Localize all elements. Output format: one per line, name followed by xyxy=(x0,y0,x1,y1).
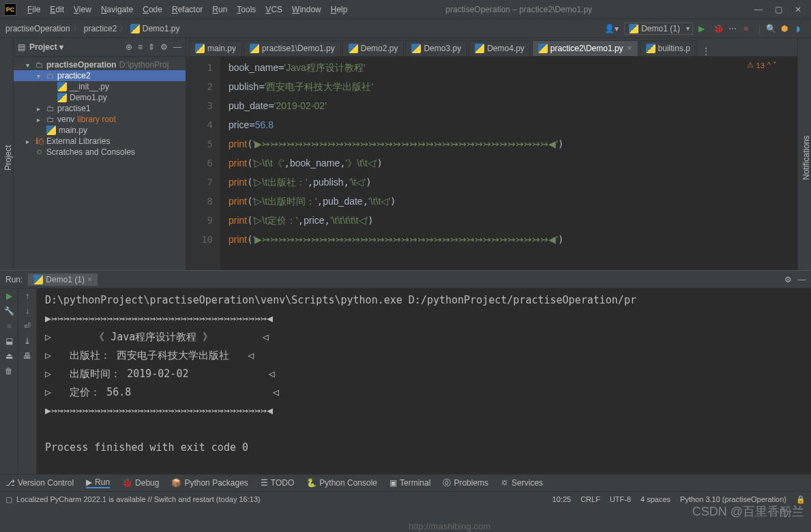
editor-tab[interactable]: Demo4.py xyxy=(469,40,531,56)
scroll-icon[interactable]: ⤓ xyxy=(24,336,31,346)
inspection-indicator[interactable]: ⚠ 13 ^ ˅ xyxy=(747,61,777,70)
editor-tab[interactable]: builtins.p xyxy=(640,40,696,56)
folder-icon: 🗀 xyxy=(46,104,55,113)
collapse-all-icon[interactable]: ⇕ xyxy=(148,42,155,52)
menu-edit[interactable]: Edit xyxy=(46,3,68,16)
hide-icon[interactable]: — xyxy=(797,275,806,284)
status-bar: ▢ Localized PyCharm 2022.1 is available … xyxy=(0,491,811,507)
expand-all-icon[interactable]: ≡ xyxy=(138,42,143,52)
tool-tab-terminal[interactable]: ▣Terminal xyxy=(389,478,430,488)
notifications-button[interactable]: Notifications xyxy=(801,45,811,270)
editor-tab[interactable]: practice2\Demo1.py× xyxy=(532,40,638,56)
exit-icon[interactable]: ⏏ xyxy=(5,351,13,361)
tree-scratches[interactable]: ⛭ Scratches and Consoles xyxy=(14,147,186,158)
tree-file-main[interactable]: main.py xyxy=(14,125,186,136)
wrench-icon[interactable]: 🔧 xyxy=(4,306,14,316)
tool-tab-python-console[interactable]: 🐍Python Console xyxy=(306,478,377,488)
settings-icon[interactable]: ⚙ xyxy=(160,42,168,52)
breadcrumb-seg[interactable]: practice2 xyxy=(84,24,117,33)
status-message[interactable]: Localized PyCharm 2022.1 is available //… xyxy=(16,495,261,503)
tree-file-demo1[interactable]: Demo1.py xyxy=(14,92,186,103)
project-tool-button[interactable]: Project xyxy=(3,45,13,270)
tool-tab-run[interactable]: ▶Run xyxy=(86,477,110,488)
rerun-icon[interactable]: ▶ xyxy=(6,291,12,301)
soft-wrap-icon[interactable]: ⏎ xyxy=(24,321,31,331)
tree-root[interactable]: ▾🗀 practiseOperation D:\pythonProj xyxy=(14,59,186,70)
menu-navigate[interactable]: Navigate xyxy=(97,3,137,16)
project-view-icon[interactable]: ▤ xyxy=(18,42,25,52)
close-icon[interactable]: × xyxy=(628,44,632,53)
select-opened-icon[interactable]: ⊕ xyxy=(126,42,132,52)
debug-icon[interactable]: 🐞 xyxy=(713,24,723,33)
tool-tab-icon: ⛭ xyxy=(501,478,509,488)
print-icon[interactable]: 🖶 xyxy=(23,351,31,361)
menu-tools[interactable]: Tools xyxy=(233,3,260,16)
ide-settings-icon[interactable]: ⬢ xyxy=(781,24,791,33)
python-icon xyxy=(33,275,43,284)
line-separator[interactable]: CRLF xyxy=(580,495,600,503)
tool-tab-services[interactable]: ⛭Services xyxy=(501,478,543,488)
tool-tab-problems[interactable]: ⓪Problems xyxy=(443,477,488,489)
menu-refactor[interactable]: Refactor xyxy=(168,3,207,16)
tree-external-libs[interactable]: ▸ℹ⎙ External Libraries xyxy=(14,136,186,147)
close-icon[interactable]: × xyxy=(87,275,92,284)
indent-setting[interactable]: 4 spaces xyxy=(640,495,670,503)
tool-tab-todo[interactable]: ☰TODO xyxy=(261,478,294,488)
editor-tab[interactable]: Demo3.py xyxy=(405,40,467,56)
editor-tab[interactable]: main.py xyxy=(189,40,242,56)
tool-tab-version-control[interactable]: ⎇Version Control xyxy=(5,478,74,488)
hide-icon[interactable]: — xyxy=(173,42,181,52)
status-icon[interactable]: ▢ xyxy=(5,495,12,504)
menu-view[interactable]: View xyxy=(70,3,95,16)
learn-icon[interactable]: ◗ xyxy=(796,24,806,33)
python-icon xyxy=(195,44,205,53)
run-toolbar-2: ↑ ↓ ⏎ ⤓ 🖶 xyxy=(18,289,37,474)
up-icon[interactable]: ↑ xyxy=(25,291,29,301)
tree-folder-venv[interactable]: ▸🗀 venv library root xyxy=(14,114,186,125)
watermark: http://mashibing.com xyxy=(409,521,490,531)
tree-folder-practice2[interactable]: ▾🗀 practice2 xyxy=(14,70,186,81)
editor[interactable]: 12345678910 book_name='Java程序设计教程' publi… xyxy=(186,57,797,270)
project-title[interactable]: Project ▾ xyxy=(29,42,121,52)
project-pane: ▤ Project ▾ ⊕ ≡ ⇕ ⚙ — ▾🗀 practiseOperati… xyxy=(14,38,186,270)
maximize-icon[interactable]: ▢ xyxy=(775,5,782,14)
window-title: practiseOperation – practice2\Demo1.py xyxy=(283,5,754,14)
tree-file-init[interactable]: __init__.py xyxy=(14,81,186,92)
menu-file[interactable]: File xyxy=(23,3,44,16)
layout-icon[interactable]: ⬓ xyxy=(5,336,13,346)
run-label: Run: xyxy=(5,275,23,284)
run-config-combo[interactable]: Demo1 (1) xyxy=(624,23,693,35)
editor-tab[interactable]: practise1\Demo1.py xyxy=(244,40,341,56)
close-icon[interactable]: ✕ xyxy=(795,5,801,14)
menu-run[interactable]: Run xyxy=(208,3,231,16)
user-icon[interactable]: 👤▾ xyxy=(604,24,619,33)
minimize-icon[interactable]: — xyxy=(754,5,763,14)
file-encoding[interactable]: UTF-8 xyxy=(610,495,631,503)
menu-code[interactable]: Code xyxy=(138,3,166,16)
more-tabs-icon[interactable]: ⋮ xyxy=(702,46,710,56)
stop-icon[interactable]: ■ xyxy=(6,321,11,331)
tool-tab-icon: 🐍 xyxy=(306,478,316,488)
tool-tab-python-packages[interactable]: 📦Python Packages xyxy=(171,478,248,488)
tool-tab-debug[interactable]: 🐞Debug xyxy=(122,478,159,488)
tree-folder-practise1[interactable]: ▸🗀 practise1 xyxy=(14,103,186,114)
down-icon[interactable]: ↓ xyxy=(25,306,29,316)
lock-icon[interactable]: 🔒 xyxy=(796,495,806,504)
console-output[interactable]: D:\pythonProject\practiseOperation\venv\… xyxy=(37,289,811,474)
caret-position[interactable]: 10:25 xyxy=(552,495,572,503)
interpreter[interactable]: Python 3.10 (practiseOperation) xyxy=(680,495,786,503)
stop-icon[interactable]: ■ xyxy=(743,24,753,33)
run-toolbar-1: ▶ 🔧 ■ ⬓ ⏏ 🗑 xyxy=(0,289,18,474)
run-tab[interactable]: Demo1 (1) × xyxy=(28,274,98,286)
breadcrumb-seg[interactable]: Demo1.py xyxy=(130,24,179,33)
folder-icon: 🗀 xyxy=(35,60,44,70)
search-icon[interactable]: 🔍 xyxy=(766,24,776,33)
editor-tab[interactable]: Demo2.py xyxy=(342,40,404,56)
breadcrumb-seg[interactable]: practiseOperation xyxy=(5,24,70,33)
more-run-icon[interactable]: ⋯ xyxy=(728,24,738,33)
code-area[interactable]: book_name='Java程序设计教程' publish='西安电子科技大学… xyxy=(220,57,797,270)
run-icon[interactable]: ▶ xyxy=(698,24,708,33)
project-tree: ▾🗀 practiseOperation D:\pythonProj ▾🗀 pr… xyxy=(14,57,186,270)
delete-icon[interactable]: 🗑 xyxy=(5,366,13,376)
gear-icon[interactable]: ⚙ xyxy=(784,275,792,284)
